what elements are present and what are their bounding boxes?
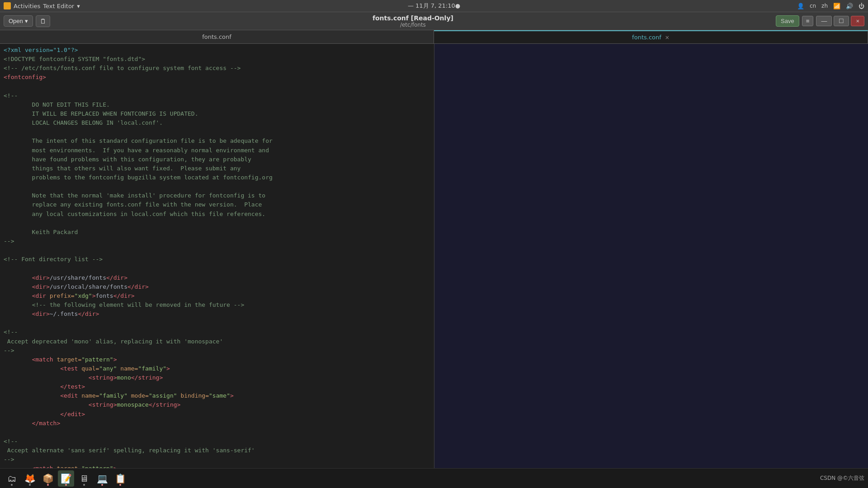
left-code-area[interactable]: <?xml version="1.0"?> <!DOCTYPE fontconf… bbox=[0, 44, 434, 475]
taskbar-notes-icon[interactable]: 📋 bbox=[112, 470, 128, 487]
sound-icon[interactable]: 🔊 bbox=[846, 3, 853, 9]
file-subtitle: /etc/fonts bbox=[53, 22, 773, 28]
activities-label[interactable]: Activities bbox=[14, 3, 40, 9]
taskbar-files-icon[interactable]: 🗂 bbox=[4, 470, 20, 487]
tab-label-2: fonts.conf bbox=[632, 34, 661, 41]
tab-fonts-conf-1[interactable]: fonts.conf bbox=[0, 30, 434, 43]
topbar-center: — 11月 7, 21:10● bbox=[408, 2, 460, 9]
avatar-icon[interactable]: 👤 bbox=[797, 3, 804, 9]
open-button[interactable]: Open ▾ bbox=[4, 15, 33, 27]
document-button[interactable]: 🗒 bbox=[36, 15, 50, 27]
left-editor-panel: <?xml version="1.0"?> <!DOCTYPE fontconf… bbox=[0, 44, 434, 475]
language-label[interactable]: zh bbox=[821, 3, 828, 9]
topbar-left: Activities Text Editor ▾ bbox=[4, 2, 80, 9]
ide-symbol: 💻 bbox=[97, 473, 108, 484]
taskbar-editor-icon[interactable]: 📝 bbox=[58, 470, 74, 487]
editor-symbol: 📝 bbox=[61, 473, 72, 484]
menu-icon: ≡ bbox=[806, 18, 810, 24]
open-arrow: ▾ bbox=[25, 18, 28, 24]
tab-label-1: fonts.conf bbox=[202, 33, 231, 40]
terminal-symbol: 🖥 bbox=[80, 473, 89, 484]
datetime-label: — 11月 7, 21:10● bbox=[408, 2, 460, 9]
minimize-button[interactable]: — bbox=[816, 16, 832, 26]
app-menu-arrow[interactable]: ▾ bbox=[77, 3, 80, 9]
topbar-right: 👤 cn zh 📶 🔊 ⏻ bbox=[797, 3, 864, 9]
firefox-symbol: 🦊 bbox=[24, 473, 36, 484]
archive-symbol: 📦 bbox=[42, 473, 54, 484]
taskbar-firefox-icon[interactable]: 🦊 bbox=[22, 470, 38, 487]
editor-container: <?xml version="1.0"?> <!DOCTYPE fontconf… bbox=[0, 44, 868, 475]
taskbar-ide-icon[interactable]: 💻 bbox=[94, 470, 110, 487]
power-icon[interactable]: ⏻ bbox=[859, 3, 864, 9]
save-label: Save bbox=[781, 18, 794, 24]
close-button[interactable]: × bbox=[851, 16, 864, 26]
notes-symbol: 📋 bbox=[115, 473, 126, 484]
title-bar: fonts.conf [Read-Only] /etc/fonts bbox=[53, 14, 773, 28]
tabbar: fonts.conf fonts.conf × bbox=[0, 30, 868, 44]
files-symbol: 🗂 bbox=[7, 473, 16, 484]
topbar: Activities Text Editor ▾ — 11月 7, 21:10●… bbox=[0, 0, 868, 12]
taskbar-right-text: CSDN @©六音弦 bbox=[820, 474, 864, 482]
open-label: Open bbox=[9, 18, 23, 24]
app-icon bbox=[4, 2, 11, 9]
maximize-button[interactable]: ☐ bbox=[834, 16, 849, 26]
toolbar: Open ▾ 🗒 fonts.conf [Read-Only] /etc/fon… bbox=[0, 12, 868, 30]
input-method-label[interactable]: cn bbox=[810, 3, 816, 9]
tab-fonts-conf-2[interactable]: fonts.conf × bbox=[434, 30, 868, 43]
right-code-area[interactable] bbox=[434, 44, 868, 475]
taskbar-archive-icon[interactable]: 📦 bbox=[40, 470, 56, 487]
file-title: fonts.conf [Read-Only] bbox=[53, 14, 773, 22]
taskbar-terminal-icon[interactable]: 🖥 bbox=[76, 470, 92, 487]
right-editor-panel bbox=[434, 44, 868, 475]
taskbar: 🗂 🦊 📦 📝 🖥 💻 📋 CSDN @©六音弦 bbox=[0, 468, 868, 488]
win-controls: — ☐ × bbox=[816, 16, 864, 26]
app-name-label[interactable]: Text Editor bbox=[43, 3, 74, 9]
menu-button[interactable]: ≡ bbox=[802, 16, 814, 26]
taskbar-right: CSDN @©六音弦 bbox=[820, 474, 864, 482]
tab-close-icon[interactable]: × bbox=[665, 34, 670, 41]
save-button[interactable]: Save bbox=[776, 15, 799, 27]
wifi-icon[interactable]: 📶 bbox=[833, 3, 840, 9]
